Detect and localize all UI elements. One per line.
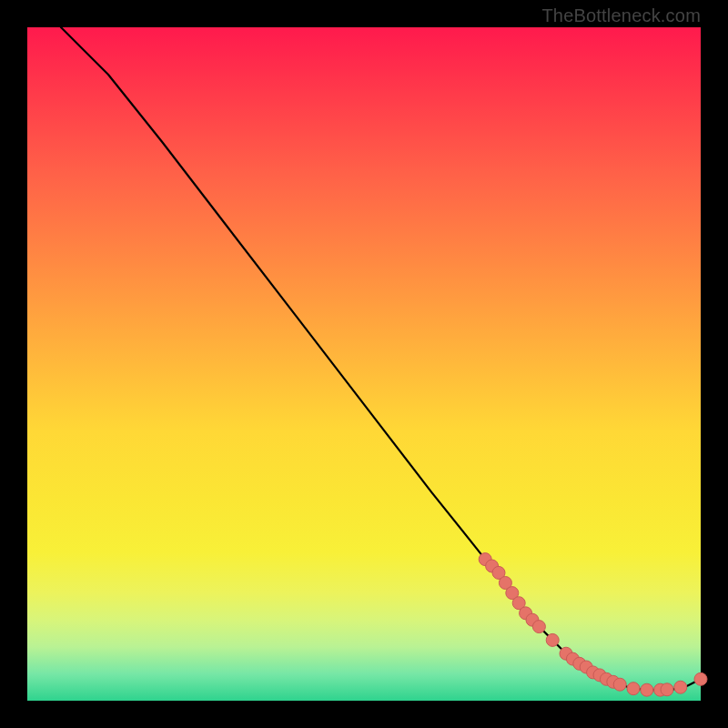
chart-frame: TheBottleneck.com: [0, 0, 728, 728]
highlight-dot: [627, 682, 640, 695]
highlight-dots-group: [479, 553, 707, 697]
highlight-dot: [546, 633, 559, 646]
highlight-dot: [661, 683, 673, 696]
chart-svg: [27, 27, 701, 701]
highlight-dot: [641, 683, 653, 696]
bottleneck-curve: [61, 27, 701, 690]
highlight-dot: [532, 621, 545, 633]
plot-area: [27, 27, 701, 701]
attribution-label: TheBottleneck.com: [541, 5, 701, 26]
highlight-dot: [674, 681, 687, 693]
highlight-dot: [613, 678, 626, 691]
highlight-dot: [694, 672, 707, 685]
